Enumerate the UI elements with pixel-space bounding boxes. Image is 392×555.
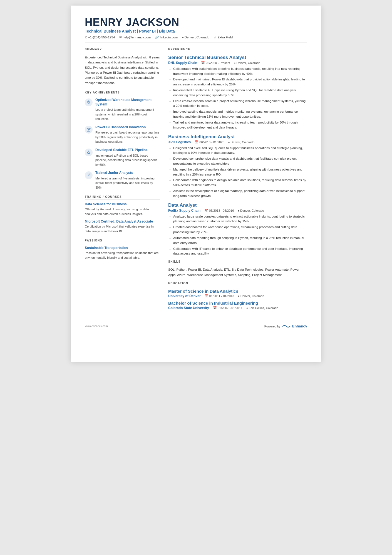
bullet-3-3: Automated data reporting through scripti… — [173, 236, 307, 246]
passion-title-1: Sustainable Transportation — [85, 246, 160, 250]
achievement-desc-3: Implemented a Python and SQL-based pipel… — [95, 153, 160, 167]
edu-meta-1: University of Denver 📅 01/2011 - 01/2013… — [168, 294, 307, 298]
passion-item-1: Sustainable Transportation Passion for a… — [85, 246, 160, 260]
course-title-2: Microsoft Certified: Data Analyst Associ… — [85, 219, 160, 223]
job-company-2: XPO Logistics — [168, 140, 191, 144]
edu-date-2: 📅 01/2007 - 01/2011 — [213, 306, 242, 310]
achievement-icon-pencil — [85, 126, 93, 134]
edu-title-2: Bachelor of Science in Industrial Engine… — [168, 301, 307, 305]
linkedin-text: linkedin.com — [160, 36, 178, 39]
phone-icon: ✆ — [85, 36, 87, 39]
svg-marker-1 — [87, 151, 90, 154]
achievements-label: KEY ACHIEVEMENTS — [85, 91, 160, 95]
edu-location-1: ♦ Denver, Colorado — [238, 294, 264, 298]
achievement-item-3: Developed Scalable ETL Pipeline Implemen… — [85, 148, 160, 167]
calendar-icon-1: 📅 — [201, 61, 205, 65]
job-date-1: 📅 02/2020 - Present — [201, 61, 230, 65]
achievement-desc-2: Pioneered a dashboard reducing reporting… — [95, 130, 160, 144]
linkedin-icon: 🔗 — [155, 36, 159, 39]
contact-email: ✉ help@enhancv.com — [119, 36, 151, 39]
email-icon: ✉ — [119, 36, 122, 39]
course-item-2: Microsoft Certified: Data Analyst Associ… — [85, 219, 160, 233]
experience-label: EXPERIENCE — [168, 48, 307, 52]
achievement-title-3: Developed Scalable ETL Pipeline — [95, 148, 160, 152]
job-meta-1: DHL Supply Chain 📅 02/2020 - Present ♦ D… — [168, 61, 307, 65]
achievement-item-1: Optimized Warehouse Management System Le… — [85, 98, 160, 121]
achievement-content-4: Trained Junior Analysts Mentored a team … — [95, 171, 160, 190]
bullet-2-1: Designed and executed SQL queries to sup… — [173, 146, 307, 156]
edu-school-1: University of Denver — [168, 294, 201, 298]
bullet-3-2: Created dashboards for warehouse operati… — [173, 225, 307, 235]
edu-loc-icon-1: ♦ — [238, 294, 240, 298]
achievement-title-2: Power BI Dashboard Innovation — [95, 125, 160, 130]
summary-label: SUMMARY — [85, 48, 160, 52]
passion-desc-1: Passion for advancing transportation sol… — [85, 251, 160, 260]
left-column: SUMMARY Experienced Technical Business A… — [85, 48, 160, 313]
footer-url: www.enhancv.com — [85, 325, 108, 328]
phone-text: +1-(234)-555-1234 — [88, 36, 115, 39]
job-company-3: FedEx Supply Chain — [168, 209, 200, 213]
contact-location: ♦ Denver, Colorado — [182, 36, 209, 39]
edu-cal-icon-1: 📅 — [205, 294, 209, 298]
bullet-1-1: Collaborated with stakeholders to define… — [173, 66, 307, 77]
extra-text: Extra Field — [217, 36, 233, 39]
job-bullets-3: Analyzed large-scale complex datasets to… — [168, 214, 307, 256]
job-location-1: ♦ Denver, Colorado — [234, 61, 260, 65]
footer-brand: Enhancv — [292, 324, 307, 328]
svg-point-2 — [286, 326, 287, 327]
edu-meta-2: Colorado State University 📅 01/2007 - 01… — [168, 306, 307, 310]
course-title-1: Data Science for Business — [85, 202, 160, 206]
main-content: SUMMARY Experienced Technical Business A… — [85, 48, 307, 313]
skills-label: SKILLS — [168, 260, 307, 264]
course-desc-1: Offered by Harvard University, focusing … — [85, 207, 160, 216]
job-bullets-1: Collaborated with stakeholders to define… — [168, 66, 307, 130]
job-location-2: ♦ Denver, Colorado — [228, 140, 254, 144]
edu-location-2: ♦ Fort Collins, Colorado — [246, 306, 278, 310]
resume-page: HENRY JACKSON Technical Business Analyst… — [71, 6, 321, 362]
job-title-3: Data Analyst — [168, 203, 307, 208]
course-item-1: Data Science for Business Offered by Har… — [85, 202, 160, 216]
bullet-1-3: Implemented a scalable ETL pipeline usin… — [173, 88, 307, 98]
right-column: EXPERIENCE Senior Technical Business Ana… — [168, 48, 307, 313]
achievement-desc-1: Led a project team optimizing management… — [95, 107, 160, 121]
skills-text: SQL, Python, Power BI, Data Analysis, ET… — [168, 267, 307, 277]
job-company-1: DHL Supply Chain — [168, 61, 197, 65]
job-meta-2: XPO Logistics 📅 06/2016 - 01/2020 ♦ Denv… — [168, 140, 307, 144]
contact-row: ✆ +1-(234)-555-1234 ✉ help@enhancv.com 🔗… — [85, 36, 307, 39]
job-location-3: ♦ Denver, Colorado — [238, 209, 264, 212]
bullet-2-3: Managed the delivery of multiple data-dr… — [173, 167, 307, 177]
achievement-title-1: Optimized Warehouse Management System — [95, 98, 160, 107]
bullet-1-6: Trained and mentored junior data analyst… — [173, 120, 307, 130]
pencil-icon — [87, 128, 91, 132]
training-label: TRAINING / COURSES — [85, 195, 160, 199]
full-name: HENRY JACKSON — [85, 17, 307, 28]
achievement-icon-pin — [85, 98, 93, 106]
bullet-3-4: Collaborated with IT teams to enhance da… — [173, 246, 307, 256]
enhancv-logo-icon — [282, 324, 291, 329]
edu-cal-icon-2: 📅 — [213, 306, 217, 310]
tagline: Technical Business Analyst | Power BI | … — [85, 29, 307, 33]
footer-powered: Powered by Enhancv — [264, 324, 307, 329]
bullet-2-2: Developed comprehensive data visuals and… — [173, 156, 307, 166]
header-section: HENRY JACKSON Technical Business Analyst… — [85, 17, 307, 43]
job-title-1: Senior Technical Business Analyst — [168, 55, 307, 60]
achievement-content-3: Developed Scalable ETL Pipeline Implemen… — [95, 148, 160, 167]
achievement-content-2: Power BI Dashboard Innovation Pioneered … — [95, 125, 160, 144]
bullet-1-2: Developed and maintained Power BI dashbo… — [173, 77, 307, 87]
passions-label: PASSIONS — [85, 239, 160, 243]
achievement-item-4: Trained Junior Analysts Mentored a team … — [85, 171, 160, 190]
job-date-3: 📅 05/2013 - 05/2016 — [204, 209, 234, 212]
contact-extra: ☆ Extra Field — [214, 36, 233, 39]
achievement-content-1: Optimized Warehouse Management System Le… — [95, 98, 160, 121]
achievement-icon-pencil2 — [85, 171, 93, 179]
achievement-title-4: Trained Junior Analysts — [95, 171, 160, 175]
job-title-2: Business Intelligence Analyst — [168, 134, 307, 140]
summary-text: Experienced Technical Business Analyst w… — [85, 55, 160, 85]
pin-icon — [87, 100, 91, 104]
job-date-2: 📅 06/2016 - 01/2020 — [195, 140, 224, 144]
contact-linkedin: 🔗 linkedin.com — [155, 36, 178, 39]
location-icon-3: ♦ — [238, 209, 239, 212]
job-meta-3: FedEx Supply Chain 📅 05/2013 - 05/2016 ♦… — [168, 209, 307, 213]
achievement-desc-4: Mentored a team of five analysts, improv… — [95, 176, 160, 190]
bullet-2-4: Collaborated with engineers to design sc… — [173, 178, 307, 188]
